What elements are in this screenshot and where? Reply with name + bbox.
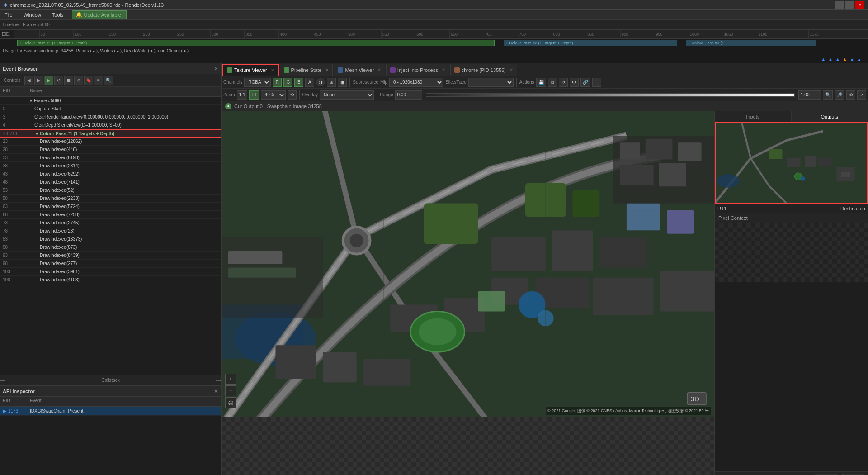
pass-badge-3[interactable]: + Colour Pass #3 ("...: [686, 40, 816, 46]
eid-tick-700: 700: [484, 30, 492, 38]
bookmark-button[interactable]: 🔖: [84, 76, 93, 85]
list-item[interactable]: 23 DrawIndexed(12862): [0, 138, 221, 146]
list-item[interactable]: 4 ClearDepthStencilView(D=1.000000, S=00…: [0, 121, 221, 129]
list-item[interactable]: 88 DrawIndexed(873): [0, 243, 221, 252]
a-channel-button[interactable]: A: [305, 78, 314, 87]
range-reset[interactable]: ⟲: [846, 90, 855, 100]
map-controls[interactable]: + − ⊕: [225, 374, 236, 408]
play-button[interactable]: ▶: [44, 76, 53, 85]
g-channel-button[interactable]: G: [283, 78, 292, 87]
channels-select[interactable]: RGBA: [244, 78, 271, 87]
hdr-button[interactable]: ◑: [316, 78, 325, 86]
settings-button[interactable]: ⚙: [74, 76, 83, 85]
list-item[interactable]: 103 DrawIndexed(3981): [0, 268, 221, 276]
list-item[interactable]: ▼Frame #5860: [0, 97, 221, 105]
inject-process-tab-close[interactable]: ✕: [442, 67, 445, 72]
range-zoom-in[interactable]: 🔍: [823, 90, 833, 100]
r-channel-button[interactable]: R: [273, 78, 282, 87]
forward-button[interactable]: ▶: [34, 76, 43, 85]
dot-menu-left[interactable]: •••: [0, 377, 5, 384]
grid-button[interactable]: ⊞: [327, 78, 336, 87]
alpha-button[interactable]: ▣: [338, 78, 347, 87]
list-item[interactable]: 108 DrawIndexed(4108): [0, 276, 221, 284]
range-zoom-out[interactable]: 🔎: [835, 90, 844, 100]
zoom-reset-button[interactable]: ⟲: [288, 90, 297, 100]
list-item[interactable]: 78 DrawIndexed(28): [0, 227, 221, 235]
maximize-button[interactable]: □: [845, 1, 854, 9]
tab-pipeline-state[interactable]: Pipeline State ✕: [280, 64, 333, 76]
texture-toolbar-1: Channels RGBA R G B A ◑ ⊞ ▣ Subresource …: [222, 76, 868, 89]
list-item[interactable]: 53 DrawIndexed(52): [0, 186, 221, 195]
search-button[interactable]: 🔍: [104, 76, 113, 85]
b-channel-button[interactable]: B: [294, 78, 303, 87]
chrome-pid-tab-close[interactable]: ✕: [509, 67, 513, 72]
outputs-tab[interactable]: Outputs: [792, 111, 868, 122]
texture-viewer-tab-close[interactable]: ✕: [271, 68, 274, 73]
pass-badge-1[interactable]: + Colour Pass #1 (1 Targets + Depth): [17, 40, 495, 46]
update-button[interactable]: 🔔 Update Available!: [72, 10, 127, 19]
pass-badge-2[interactable]: + Colour Pass #2 (1 Targets + Depth): [504, 40, 677, 46]
list-item[interactable]: 43 DrawIndexed(6292): [0, 170, 221, 178]
event-browser-close[interactable]: ✕: [214, 66, 218, 72]
minimize-button[interactable]: ─: [835, 1, 844, 9]
tab-mesh-viewer[interactable]: Mesh Viewer ✕: [334, 64, 385, 76]
list-item[interactable]: 48 DrawIndexed(7141): [0, 178, 221, 186]
list-item[interactable]: 83 DrawIndexed(13373): [0, 235, 221, 243]
back-button[interactable]: ◀: [24, 76, 33, 85]
list-item[interactable]: 0 Capture Start: [0, 105, 221, 113]
api-inspector-close[interactable]: ✕: [214, 388, 218, 394]
zoom-11-button[interactable]: 1:1: [237, 90, 248, 100]
eid-timeline[interactable]: 50 100 150 200 250 300 350 400 450 500 5…: [14, 30, 868, 38]
pipeline-state-tab-close[interactable]: ✕: [325, 67, 329, 72]
menu-tools[interactable]: Tools: [49, 11, 66, 19]
list-item[interactable]: 58 DrawIndexed(2233): [0, 195, 221, 203]
history-button[interactable]: History: [815, 474, 837, 475]
action-settings[interactable]: ⚙: [570, 78, 579, 87]
event-list[interactable]: ▼Frame #5860 0 Capture Start 3 ClearRend…: [0, 97, 221, 375]
action-link[interactable]: 🔗: [580, 78, 590, 87]
filter-button[interactable]: ≡: [94, 76, 103, 85]
zoom-out-map[interactable]: −: [225, 385, 236, 396]
tab-texture-viewer[interactable]: Texture Viewer ✕: [222, 64, 279, 76]
mesh-viewer-tab-close[interactable]: ✕: [377, 67, 381, 72]
action-save[interactable]: 💾: [536, 78, 546, 87]
eid-tick-400: 400: [278, 30, 287, 38]
zoom-fit-button[interactable]: Fit: [249, 90, 259, 100]
mip-select[interactable]: 0 - 1920x1080: [389, 78, 443, 87]
zoom-select[interactable]: 49% 25% 50% 100%: [261, 90, 286, 100]
thumbnail-image[interactable]: [715, 122, 868, 204]
list-item[interactable]: 63 DrawIndexed(5724): [0, 203, 221, 211]
list-item[interactable]: 3 ClearRenderTargetView(0.000000, 0.0000…: [0, 113, 221, 121]
list-item[interactable]: 73 DrawIndexed(2745): [0, 219, 221, 227]
close-button[interactable]: ✕: [855, 1, 864, 9]
action-refresh[interactable]: ↺: [559, 78, 568, 87]
list-item[interactable]: 68 DrawIndexed(7258): [0, 211, 221, 219]
texture-view[interactable]: 3D + − ⊕ © 2021 Google, 图像 © 2021 CN: [222, 111, 714, 475]
tab-chrome-pid[interactable]: chrome [PID 13556] ✕: [450, 64, 517, 76]
pan-button[interactable]: ⊕: [225, 397, 236, 408]
stop-button[interactable]: ⏹: [64, 76, 73, 85]
api-list[interactable]: ▶ 1173 IDXGISwapChain::Present: [0, 407, 221, 475]
range-min-input[interactable]: [395, 90, 422, 100]
action-copy[interactable]: ⧉: [548, 78, 557, 87]
api-row[interactable]: ▶ 1173 IDXGISwapChain::Present: [0, 407, 221, 416]
action-more[interactable]: ⋮: [592, 78, 601, 87]
list-item[interactable]: 93 DrawIndexed(8439): [0, 252, 221, 260]
range-max-input[interactable]: [798, 90, 821, 100]
menu-window[interactable]: Window: [21, 11, 44, 19]
range-export[interactable]: ↗: [857, 90, 866, 100]
overlay-select[interactable]: None: [320, 90, 374, 100]
tab-inject-process[interactable]: Inject into Process ✕: [386, 64, 449, 76]
zoom-in-map[interactable]: +: [225, 374, 236, 385]
dot-menu-right[interactable]: •••: [216, 377, 221, 384]
menu-file[interactable]: File: [2, 11, 15, 19]
slice-select[interactable]: [468, 78, 514, 87]
list-item-highlighted[interactable]: 23-713 ▼Colour Pass #1 (1 Targets + Dept…: [0, 129, 221, 138]
save-button[interactable]: Save...: [842, 474, 864, 475]
loop-button[interactable]: ↺: [54, 76, 63, 85]
list-item[interactable]: 38 DrawIndexed(2314): [0, 162, 221, 170]
list-item[interactable]: 33 DrawIndexed(6198): [0, 154, 221, 162]
inputs-tab[interactable]: Inputs: [715, 111, 792, 122]
list-item[interactable]: 28 DrawIndexed(446): [0, 146, 221, 154]
list-item[interactable]: 98 DrawIndexed(277): [0, 260, 221, 268]
